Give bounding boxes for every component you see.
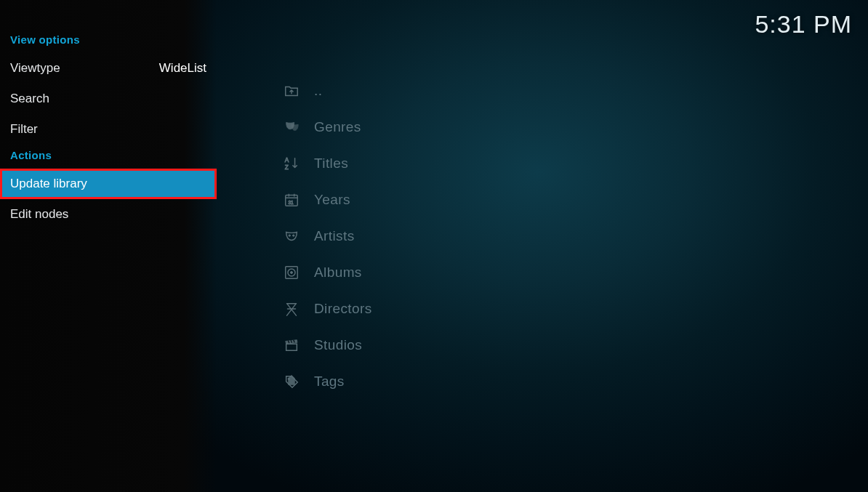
filter-label: Filter	[10, 122, 38, 137]
search-label: Search	[10, 92, 49, 106]
list-item-label: Genres	[314, 119, 361, 135]
list-item-genres[interactable]: Genres	[282, 109, 372, 145]
list-item-tags[interactable]: Tags	[282, 363, 372, 400]
svg-text:A: A	[285, 157, 289, 164]
list-item-artists[interactable]: Artists	[282, 218, 372, 254]
viewtype-label: Viewtype	[10, 61, 60, 76]
sidebar: View options Viewtype WideList Search Fi…	[0, 0, 217, 492]
section-actions: Actions	[0, 145, 217, 169]
list-item-label: ..	[314, 83, 322, 99]
clapper-icon	[282, 337, 301, 353]
sort-az-icon: AZ	[282, 156, 301, 172]
edit-nodes-row[interactable]: Edit nodes	[0, 199, 217, 230]
list-item-label: Studios	[314, 337, 362, 353]
list-item-titles[interactable]: AZ Titles	[282, 145, 372, 182]
search-row[interactable]: Search	[0, 84, 217, 114]
list-item-parent[interactable]: ..	[282, 73, 372, 109]
list-item-label: Years	[314, 192, 350, 208]
svg-point-4	[289, 235, 290, 236]
masks-icon	[282, 119, 301, 135]
list-item-directors[interactable]: Directors	[282, 291, 372, 327]
tag-icon	[282, 374, 301, 390]
update-library-row[interactable]: Update library	[0, 169, 217, 199]
list-item-label: Albums	[314, 265, 362, 281]
library-list: .. Genres AZ Titles 31 Years Artists	[282, 73, 372, 400]
filter-row[interactable]: Filter	[0, 114, 217, 145]
folder-up-icon	[282, 83, 301, 99]
list-item-label: Directors	[314, 301, 372, 317]
viewtype-row[interactable]: Viewtype WideList	[0, 53, 217, 84]
update-library-label: Update library	[10, 177, 87, 191]
viewtype-value: WideList	[159, 61, 206, 76]
list-item-label: Titles	[314, 156, 348, 172]
section-view-options: View options	[0, 29, 217, 53]
list-item-label: Tags	[314, 374, 345, 390]
svg-text:Z: Z	[285, 164, 289, 171]
list-item-studios[interactable]: Studios	[282, 327, 372, 363]
disc-icon	[282, 265, 301, 281]
svg-point-9	[288, 378, 290, 380]
list-item-label: Artists	[314, 228, 355, 244]
svg-point-5	[293, 235, 294, 236]
list-item-albums[interactable]: Albums	[282, 254, 372, 291]
mask-single-icon	[282, 228, 301, 244]
main-content: .. Genres AZ Titles 31 Years Artists	[217, 0, 868, 492]
svg-text:31: 31	[288, 200, 294, 205]
svg-point-8	[291, 272, 293, 274]
list-item-years[interactable]: 31 Years	[282, 182, 372, 218]
director-chair-icon	[282, 301, 301, 317]
calendar-icon: 31	[282, 192, 301, 208]
edit-nodes-label: Edit nodes	[10, 207, 68, 222]
